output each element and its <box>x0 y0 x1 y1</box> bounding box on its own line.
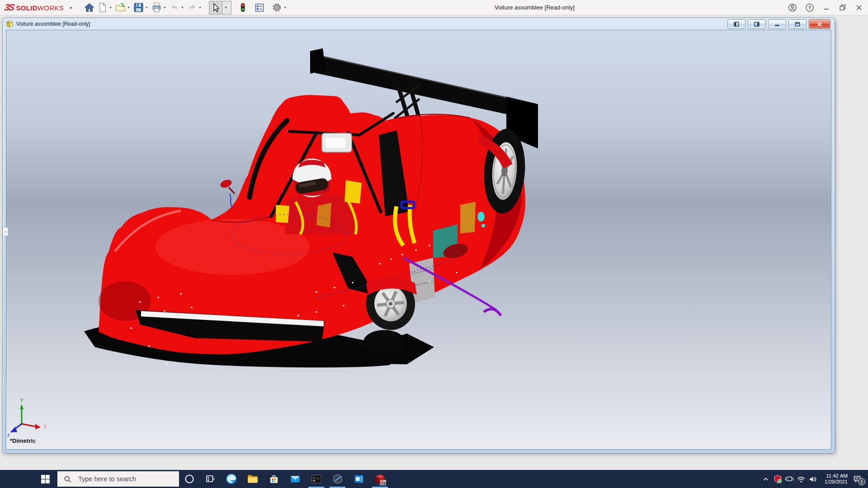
hexagon-app-icon <box>332 473 344 485</box>
brand-text-light: WORKS <box>38 4 64 12</box>
minimize-icon[interactable] <box>822 3 831 12</box>
account-icon[interactable] <box>788 3 797 13</box>
select-tool-group: ▾ <box>209 1 231 14</box>
doc-close-icon <box>816 21 823 27</box>
triad-z-label: Z <box>7 433 10 437</box>
save-dropdown[interactable]: ▾ <box>146 5 148 9</box>
cyan-light <box>477 212 485 222</box>
mail-icon <box>289 473 301 485</box>
assembly-document-icon <box>6 20 14 28</box>
document-window-controls <box>727 19 830 29</box>
collapse-arrow-icon: ◂ <box>5 230 6 234</box>
taskbar-app-solidworks-2021[interactable]: SW 2021 <box>369 470 391 488</box>
graphics-viewport[interactable]: Y X Z *Dimetric <box>6 30 831 450</box>
feature-manager-collapse-tab[interactable]: ◂ <box>3 227 8 236</box>
mdi-background: Voiture assomblee [Read-only] <box>0 15 868 470</box>
document-window: Voiture assomblee [Read-only] <box>3 18 835 453</box>
action-center-button[interactable]: 2 <box>849 470 865 488</box>
tray-date: 1/29/2021 <box>819 479 848 485</box>
tile-right-icon <box>753 21 760 27</box>
rebuild-stoplight-button[interactable] <box>237 1 249 14</box>
task-view-icon <box>205 474 215 484</box>
doc-restore-icon <box>794 21 801 27</box>
home-icon <box>84 2 95 13</box>
taskbar-app-command-prompt[interactable]: C:\ <box>306 470 327 488</box>
settings-button[interactable] <box>270 1 283 14</box>
windows-logo-icon <box>41 475 50 483</box>
tray-time: 11:42 AM <box>819 473 848 479</box>
redo-button[interactable] <box>186 1 198 14</box>
taskbar-app-microsoft-edge[interactable] <box>221 470 242 488</box>
doc-minimize-button[interactable] <box>768 19 786 29</box>
tray-chevron-button[interactable] <box>760 470 772 488</box>
app-window-controls: ? <box>788 0 863 15</box>
open-dropdown[interactable]: ▾ <box>128 5 130 9</box>
chevron-up-icon <box>762 476 769 482</box>
car-model: Y X Z <box>6 30 831 449</box>
svg-text:2021: 2021 <box>379 483 386 485</box>
new-document-button[interactable] <box>96 1 109 14</box>
select-cursor-icon <box>210 2 221 13</box>
solidworks-2021-icon: SW 2021 <box>374 473 387 485</box>
select-tool-dropdown[interactable]: ▾ <box>222 1 231 14</box>
tray-clock[interactable]: 11:42 AM 1/29/2021 <box>819 473 849 485</box>
settings-dropdown[interactable]: ▾ <box>284 5 286 9</box>
store-icon <box>268 473 280 485</box>
task-view-button[interactable] <box>200 470 221 488</box>
tray-volume[interactable] <box>807 470 819 488</box>
tray-wifi[interactable] <box>795 470 807 488</box>
cortana-button[interactable] <box>179 470 200 488</box>
home-button[interactable] <box>83 1 96 14</box>
save-icon <box>133 2 144 13</box>
taskbar-app-microsoft-store[interactable] <box>263 470 284 488</box>
tray-display-connect[interactable] <box>783 470 795 488</box>
help-icon[interactable]: ? <box>805 3 815 13</box>
undo-dropdown[interactable]: ▾ <box>182 5 184 9</box>
taskbar-app-hexagon-app[interactable] <box>327 470 348 488</box>
print-icon <box>151 2 162 13</box>
brand-text: SOLIDWORKS <box>16 4 64 12</box>
taskbar-app-mail[interactable] <box>284 470 306 488</box>
solidworks-logo: 3S SOLIDWORKS <box>5 2 64 13</box>
redo-dropdown[interactable]: ▾ <box>199 5 201 9</box>
tile-left-button[interactable] <box>727 19 745 29</box>
search-input[interactable] <box>77 475 167 483</box>
tray-solidworks-shield[interactable] <box>772 470 783 488</box>
command-prompt-icon: C:\ <box>311 473 322 485</box>
brand-text-bold: SOLID <box>16 4 37 12</box>
display-options-icon <box>254 2 265 13</box>
print-button[interactable] <box>150 1 163 14</box>
tile-left-icon <box>733 21 740 27</box>
close-icon[interactable] <box>854 3 863 12</box>
windows-taskbar: C:\ SW 2021 <box>0 470 868 488</box>
doc-restore-button[interactable] <box>788 19 807 29</box>
document-titlebar[interactable]: Voiture assomblee [Read-only] <box>3 18 835 30</box>
shield-check-icon <box>774 475 782 483</box>
tile-right-button[interactable] <box>748 19 766 29</box>
taskbar-search[interactable] <box>57 471 179 487</box>
view-orientation-label: *Dimetric <box>10 437 36 444</box>
select-tool-dropdown-arrow: ▾ <box>225 5 227 9</box>
open-button[interactable] <box>114 1 127 14</box>
restore-icon[interactable] <box>838 3 847 12</box>
select-tool-button[interactable] <box>209 1 222 14</box>
taskbar-app-file-explorer[interactable] <box>242 470 263 488</box>
notification-badge: 2 <box>858 478 865 485</box>
new-document-dropdown[interactable]: ▾ <box>110 5 112 9</box>
menu-flyout-icon[interactable]: ▸ <box>70 5 73 10</box>
triad-x-label: X <box>43 424 47 429</box>
rearview-mirror <box>322 133 352 152</box>
save-button[interactable] <box>132 1 145 14</box>
display-options-button[interactable] <box>253 1 266 14</box>
print-dropdown[interactable]: ▾ <box>164 5 166 9</box>
undo-button[interactable] <box>168 1 181 14</box>
doc-close-button[interactable] <box>809 19 830 29</box>
undo-icon <box>169 2 180 13</box>
brand-mark: 3S <box>4 2 15 13</box>
blue-window-app-icon <box>353 473 365 485</box>
taskbar-app-blue-window-app[interactable] <box>348 470 369 488</box>
quick-access-toolbar: ▾ ▾ ▾ ▾ <box>83 1 288 14</box>
search-icon <box>64 475 71 483</box>
start-button[interactable] <box>0 470 57 488</box>
document-title: Voiture assomblee [Read-only] <box>16 21 90 27</box>
